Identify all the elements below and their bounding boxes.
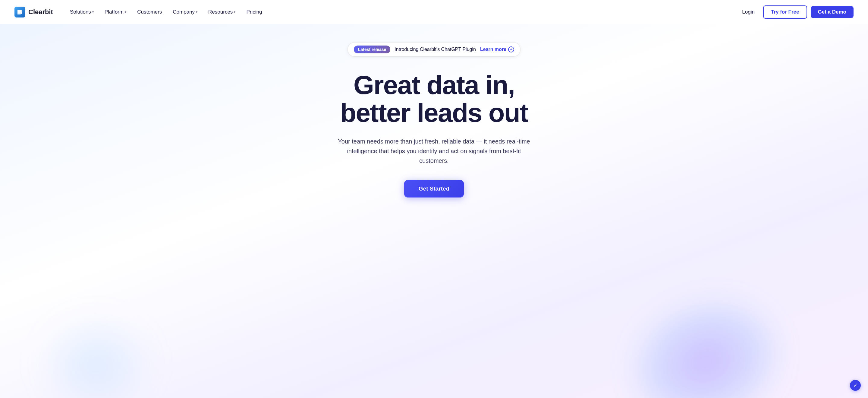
nav-item-solutions[interactable]: Solutions ▾ [65,7,98,18]
hero-section: Latest release Introducing Clearbit's Ch… [0,24,868,398]
nav-item-pricing[interactable]: Pricing [241,7,267,18]
nav-links: Solutions ▾ Platform ▾ Customers Company… [65,7,267,18]
chevron-down-icon: ▾ [234,10,236,13]
chevron-down-icon: ▾ [125,10,126,13]
logo-link[interactable]: Clearbit [14,7,53,18]
get-demo-button[interactable]: Get a Demo [811,6,854,18]
checkmark-icon: ✓ [853,382,858,389]
nav-resources-label: Resources [208,9,233,15]
navbar-right: Login Try for Free Get a Demo [737,5,854,19]
hero-blob-left [43,319,149,398]
get-started-button[interactable]: Get Started [404,180,464,197]
clearbit-logo-icon [14,7,25,18]
nav-item-customers[interactable]: Customers [132,7,167,18]
hero-subtext: Your team needs more than just fresh, re… [338,136,530,165]
nav-solutions-label: Solutions [70,9,91,15]
circle-plus-icon: + [508,47,514,53]
learn-more-link[interactable]: Learn more + [480,47,514,53]
nav-customers-label: Customers [137,9,162,15]
login-button[interactable]: Login [737,7,760,18]
hero-heading: Great data in, better leads out [340,71,528,127]
chevron-down-icon: ▾ [92,10,94,13]
nav-platform-label: Platform [104,9,124,15]
navbar-left: Clearbit Solutions ▾ Platform ▾ Customer… [14,7,267,18]
hero-heading-line1: Great data in, [353,70,515,100]
try-free-button[interactable]: Try for Free [763,5,807,19]
announcement-bar: Latest release Introducing Clearbit's Ch… [347,42,521,57]
nav-item-platform[interactable]: Platform ▾ [100,7,131,18]
latest-release-badge: Latest release [354,45,390,53]
chevron-down-icon: ▾ [196,10,197,13]
nav-item-company[interactable]: Company ▾ [168,7,202,18]
brand-name: Clearbit [28,8,53,16]
announcement-message: Introducing Clearbit's ChatGPT Plugin [395,47,476,52]
nav-pricing-label: Pricing [246,9,262,15]
trust-badge: ✓ [850,380,861,391]
navbar: Clearbit Solutions ▾ Platform ▾ Customer… [0,0,868,24]
nav-item-resources[interactable]: Resources ▾ [204,7,240,18]
learn-more-text: Learn more [480,47,506,52]
hero-heading-line2: better leads out [340,98,528,127]
hero-blob-right [615,279,798,398]
nav-company-label: Company [173,9,195,15]
